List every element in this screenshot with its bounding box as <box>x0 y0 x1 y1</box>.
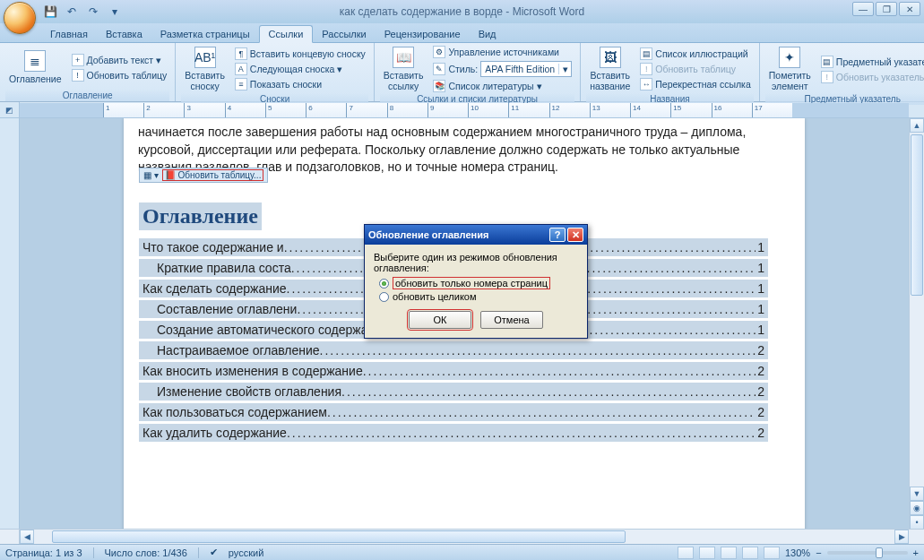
status-language[interactable]: русский <box>229 547 263 558</box>
toc-leader-dots: ........................................… <box>341 384 756 399</box>
toc-entry-text: Краткие правила соста <box>157 261 291 275</box>
update-toc-button[interactable]: !Обновить таблицу <box>69 68 170 82</box>
show-notes-button[interactable]: ≡Показать сноски <box>232 77 368 91</box>
toc-tab-menu-icon[interactable]: ▦ ▾ <box>143 170 159 180</box>
table-of-figures-button[interactable]: ▤Список иллюстраций <box>637 47 753 61</box>
tab-mailings[interactable]: Рассылки <box>313 26 375 42</box>
mark-entry-button[interactable]: ✦ Пометить элемент <box>765 45 815 93</box>
endnote-icon: ¶ <box>235 47 247 60</box>
status-words[interactable]: Число слов: 1/436 <box>105 547 187 558</box>
next-footnote-button[interactable]: AСледующая сноска ▾ <box>232 62 368 76</box>
minimize-button[interactable]: — <box>852 2 874 16</box>
chevron-down-icon[interactable]: ▾ <box>558 64 571 74</box>
toc-entry-text: Изменение свойств оглавления <box>157 384 341 399</box>
dialog-close-button[interactable]: ✕ <box>567 228 583 242</box>
toc-entry[interactable]: Настраиваемое оглавление ...............… <box>139 341 768 359</box>
zoom-knob[interactable] <box>876 547 883 558</box>
proofing-icon[interactable]: ✔ <box>210 547 218 558</box>
toc-entry-text: Создание автоматического содержания <box>157 323 389 337</box>
toc-leader-dots: ........................................… <box>327 405 756 419</box>
toc-button-label: Оглавление <box>9 73 62 84</box>
save-icon[interactable]: 💾 <box>41 3 59 21</box>
insert-footnote-button[interactable]: AB¹ Вставить сноску <box>181 45 229 93</box>
view-outline[interactable] <box>742 547 758 559</box>
scroll-up-button[interactable]: ▲ <box>910 118 924 133</box>
close-button[interactable]: ✕ <box>899 2 920 16</box>
group-footnotes: AB¹ Вставить сноску ¶Вставить концевую с… <box>176 43 375 101</box>
zoom-level[interactable]: 130% <box>785 547 810 558</box>
insert-index-button[interactable]: ▤Предметный указатель <box>818 55 924 69</box>
browse-prev-button[interactable]: ◉ <box>910 501 924 515</box>
ok-button[interactable]: ОК <box>409 311 471 329</box>
tab-view[interactable]: Вид <box>470 26 505 42</box>
toc-update-link[interactable]: 📕 Обновить таблицу... <box>162 169 264 181</box>
toc-field-tab[interactable]: ▦ ▾ 📕 Обновить таблицу... <box>139 168 268 183</box>
zoom-slider[interactable] <box>827 551 908 555</box>
view-full-screen[interactable] <box>699 547 715 559</box>
group-toc-label: Оглавление <box>5 90 169 101</box>
bibliography-button[interactable]: 📚Список литературы ▾ <box>430 79 574 93</box>
horizontal-scrollbar[interactable] <box>34 530 894 544</box>
toc-entry-page: 1 <box>756 323 764 337</box>
toc-entry[interactable]: Как вносить изменения в содержание .....… <box>139 362 768 380</box>
view-draft[interactable] <box>764 547 780 559</box>
horizontal-ruler[interactable]: 12 34 56 78 910 1112 1314 1516 17 <box>20 103 909 117</box>
update-index-button[interactable]: !Обновить указатель <box>818 70 924 84</box>
tab-layout[interactable]: Разметка страницы <box>151 26 259 42</box>
scroll-left-button[interactable]: ◀ <box>20 530 34 544</box>
window-controls: — ❐ ✕ <box>852 2 920 16</box>
scroll-right-button[interactable]: ▶ <box>894 530 909 544</box>
tab-references[interactable]: Ссылки <box>259 25 314 43</box>
status-page[interactable]: Страница: 1 из 3 <box>5 547 82 558</box>
qat-customize-icon[interactable]: ▾ <box>106 3 124 21</box>
insert-endnote-button[interactable]: ¶Вставить концевую сноску <box>232 47 368 61</box>
hscroll-thumb[interactable] <box>52 530 626 543</box>
toc-entry[interactable]: Как удалить содержание .................… <box>139 424 768 442</box>
toc-title[interactable]: Оглавление <box>139 202 262 230</box>
redo-icon[interactable]: ↷ <box>84 3 102 21</box>
maximize-button[interactable]: ❐ <box>876 2 897 16</box>
view-print-layout[interactable] <box>678 547 694 559</box>
office-button[interactable] <box>4 2 36 34</box>
toc-button[interactable]: ≣ Оглавление <box>5 45 65 90</box>
browse-select-button[interactable]: • <box>910 515 924 530</box>
add-text-button[interactable]: +Добавить текст ▾ <box>69 53 170 67</box>
manage-sources-button[interactable]: ⚙Управление источниками <box>430 45 574 59</box>
style-select[interactable]: ✎ Стиль: APA Fifth Edition▾ <box>430 60 574 78</box>
dialog-prompt: Выберите один из режимов обновления огла… <box>374 252 578 273</box>
update-tof-button[interactable]: !Обновить таблицу <box>637 62 753 76</box>
toc-entry[interactable]: Изменение свойств оглавления ...........… <box>139 383 768 401</box>
ruler-corner[interactable]: ◩ <box>0 102 20 118</box>
dialog-help-button[interactable]: ? <box>549 228 566 242</box>
tab-insert[interactable]: Вставка <box>97 26 151 42</box>
ribbon-tabs: Главная Вставка Разметка страницы Ссылки… <box>0 23 924 43</box>
update-toc-dialog: Обновление оглавления ? ✕ Выберите один … <box>364 224 588 339</box>
radio-update-all[interactable]: обновить целиком <box>379 291 578 302</box>
titlebar: 💾 ↶ ↷ ▾ как сделать содержание в ворде -… <box>0 0 924 23</box>
caption-icon: 🖼 <box>600 47 621 68</box>
toc-entry[interactable]: Как пользоваться содержанием ...........… <box>139 403 768 421</box>
refresh-icon: ! <box>821 71 833 83</box>
zoom-in-button[interactable]: + <box>913 547 919 558</box>
insert-citation-button[interactable]: 📖 Вставить ссылку <box>380 45 427 93</box>
toc-leader-dots: ........................................… <box>363 364 756 378</box>
cancel-button[interactable]: Отмена <box>480 311 543 329</box>
radio-icon <box>379 279 389 289</box>
tab-review[interactable]: Рецензирование <box>376 26 470 42</box>
tab-home[interactable]: Главная <box>41 26 97 42</box>
view-web[interactable] <box>721 547 737 559</box>
vertical-scrollbar[interactable]: ▲ ▼ ◉ • ◉ <box>909 118 924 544</box>
undo-icon[interactable]: ↶ <box>63 3 81 21</box>
citation-icon: 📖 <box>393 47 414 68</box>
crossref-icon: ↔ <box>640 78 652 90</box>
toc-entry-text: Как удалить содержание <box>142 426 287 440</box>
cross-reference-button[interactable]: ↔Перекрестная ссылка <box>637 77 753 91</box>
scroll-down-button[interactable]: ▼ <box>910 487 924 501</box>
scroll-thumb[interactable] <box>911 134 923 296</box>
insert-caption-button[interactable]: 🖼 Вставить название <box>586 45 634 93</box>
dialog-titlebar[interactable]: Обновление оглавления ? ✕ <box>365 225 587 245</box>
radio-update-pages[interactable]: обновить только номера страниц <box>379 277 578 289</box>
vertical-ruler[interactable] <box>0 118 20 544</box>
footnote-icon: AB¹ <box>194 47 216 68</box>
zoom-out-button[interactable]: − <box>816 547 821 558</box>
